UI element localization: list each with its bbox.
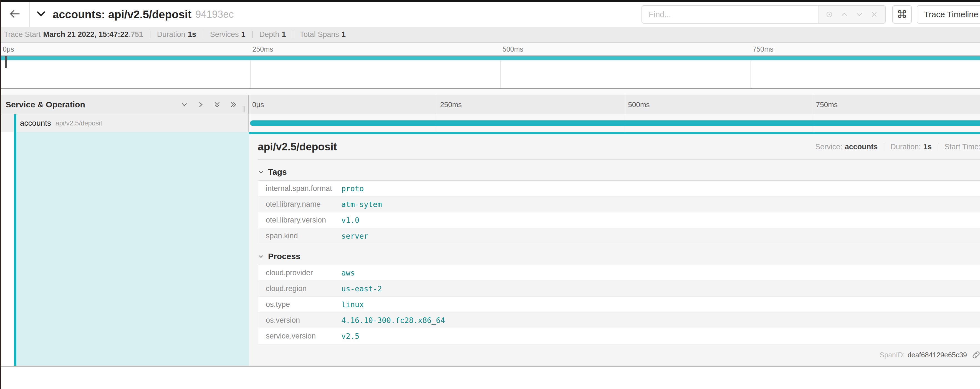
separator (884, 143, 884, 151)
process-section-title: Process (268, 252, 301, 261)
minimap-tick: 0μs (3, 45, 14, 53)
clear-search-icon[interactable] (870, 10, 878, 19)
timeline-header-row: Service & Operation (0, 95, 980, 114)
minimap-tick: 250ms (253, 45, 273, 53)
minimap-drag-handle[interactable] (5, 56, 7, 68)
process-key: os.version (258, 316, 341, 325)
table-row: span.kind server (258, 228, 980, 244)
process-key: cloud.provider (258, 268, 341, 277)
trace-view-selector[interactable]: Trace Timeline (917, 5, 980, 24)
process-value: linux (341, 300, 364, 309)
depth-value: 1 (282, 30, 286, 39)
next-result-icon[interactable] (855, 10, 864, 19)
tag-key: internal.span.format (258, 184, 341, 193)
trace-minimap[interactable] (0, 56, 980, 89)
minimap-gridline (500, 56, 501, 88)
chevron-down-icon (258, 169, 264, 175)
process-table: cloud.provider aws cloud.region us-east-… (258, 265, 980, 345)
process-section-toggle[interactable]: Process (258, 251, 980, 262)
start-time-label: Start Time: (945, 143, 980, 151)
trace-collapse-toggle[interactable] (35, 8, 47, 21)
table-row: service.version v2.5 (258, 328, 980, 344)
span-row[interactable]: accounts api/v2.5/deposit (0, 114, 980, 132)
span-duration-bar[interactable] (250, 121, 980, 126)
tag-value: server (341, 232, 369, 240)
selected-span-highlight (16, 132, 249, 366)
total-spans-value: 1 (342, 30, 346, 39)
span-detail-left-gutter[interactable] (0, 132, 249, 366)
timeline-gridline (813, 95, 813, 114)
table-row: otel.library.version v1.0 (258, 212, 980, 228)
duration-label: Duration (157, 30, 185, 39)
collapse-one-icon[interactable] (181, 101, 188, 108)
tag-key: otel.library.version (258, 216, 341, 224)
table-row: os.type linux (258, 297, 980, 313)
view-selector-label: Trace Timeline (924, 10, 978, 19)
minimap-gap (0, 89, 980, 95)
timeline-header-ticks: 0μs 250ms 500ms 750ms (249, 95, 980, 114)
window-top-bar (0, 0, 980, 2)
minimap-span-bar (0, 56, 980, 60)
tag-key: otel.library.name (258, 200, 341, 209)
span-detail-footer: SpanID: deaf684129e65c39 (258, 349, 980, 361)
chevron-down-icon (258, 253, 264, 260)
tags-section-toggle[interactable]: Tags (258, 167, 980, 178)
expand-one-icon[interactable] (197, 101, 205, 108)
back-button[interactable] (0, 2, 30, 27)
duration-value: 1s (923, 143, 932, 151)
trace-title: accounts: api/v2.5/deposit (53, 8, 191, 21)
tag-value: proto (341, 184, 364, 193)
locate-icon[interactable] (825, 10, 834, 19)
trace-start-value: March 21 2022, 15:47:22 (43, 30, 129, 39)
minimap-gridline (250, 56, 251, 88)
minimap-gridline (751, 56, 751, 88)
process-value: v2.5 (341, 332, 359, 340)
span-timeline-cell[interactable] (249, 114, 980, 132)
span-color-accent (14, 132, 16, 366)
separator (293, 31, 293, 38)
service-value: accounts (845, 143, 878, 151)
span-meta: Service: accounts Duration: 1s Start Tim… (815, 143, 980, 151)
chevron-down-icon (978, 11, 980, 18)
collapse-all-icon[interactable] (213, 101, 221, 108)
bottom-divider (0, 366, 980, 367)
find-controls (818, 6, 885, 23)
timeline-tick: 750ms (816, 100, 838, 109)
span-name-cell[interactable]: accounts api/v2.5/deposit (0, 114, 249, 132)
trace-header: accounts: api/v2.5/deposit 94193ec (0, 2, 980, 27)
tags-section-title: Tags (268, 167, 287, 177)
services-label: Services (210, 30, 239, 39)
gutter-line (2, 132, 2, 366)
span-detail-content: api/v2.5/deposit Service: accounts Durat… (249, 134, 980, 361)
header-actions: ⌘ Trace Timeline (641, 5, 980, 24)
span-detail-panel: api/v2.5/deposit Service: accounts Durat… (249, 132, 980, 366)
service-operation-header: Service & Operation (6, 100, 85, 109)
tag-value: atm-sytem (341, 200, 382, 209)
trace-start-ms: .751 (129, 30, 143, 39)
separator (252, 31, 253, 38)
duration-label: Duration: (890, 143, 921, 151)
service-label: Service: (815, 143, 842, 151)
timeline-tick: 250ms (440, 100, 462, 109)
deep-link-icon[interactable] (971, 350, 980, 360)
process-value: 4.16.10-300.fc28.x86_64 (341, 316, 445, 325)
jaeger-trace-page: accounts: api/v2.5/deposit 94193ec (0, 0, 980, 389)
process-value: us-east-2 (341, 284, 382, 293)
process-key: service.version (258, 332, 341, 340)
command-icon: ⌘ (897, 8, 907, 21)
table-row: internal.span.format proto (258, 181, 980, 197)
span-color-accent (14, 114, 16, 132)
tag-value: v1.0 (341, 216, 359, 224)
minimap-tick: 750ms (753, 45, 773, 53)
separator (203, 31, 204, 38)
trace-start-label: Trace Start (4, 30, 41, 39)
keyboard-shortcuts-button[interactable]: ⌘ (892, 5, 912, 24)
expand-all-icon[interactable] (230, 101, 237, 108)
timeline-collapse-controls (181, 101, 237, 108)
find-input[interactable] (642, 6, 818, 23)
column-resizer-grip[interactable] (241, 106, 247, 113)
divider (258, 159, 980, 160)
span-service-name: accounts (20, 119, 51, 128)
table-row: otel.library.name atm-sytem (258, 197, 980, 212)
prev-result-icon[interactable] (840, 10, 848, 19)
